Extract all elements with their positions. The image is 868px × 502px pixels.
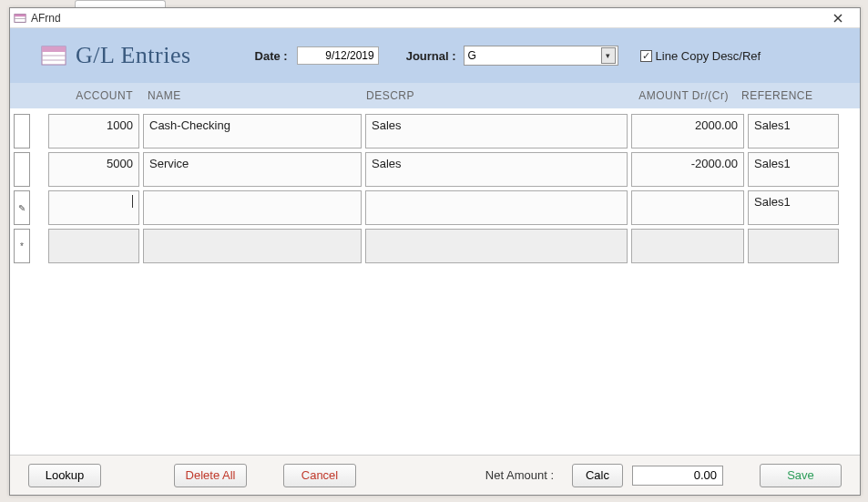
window-title: AFrnd	[31, 12, 820, 25]
net-amount-value: 0.00	[632, 466, 723, 486]
col-descrp: DESCRP	[359, 89, 621, 102]
page-title: G/L Entries	[76, 42, 191, 69]
cell-descrp[interactable]: Sales	[365, 152, 628, 187]
row-selector[interactable]: *	[14, 229, 30, 263]
cell-amount[interactable]	[631, 190, 744, 225]
cell-reference	[748, 229, 839, 263]
row-selector[interactable]: ✎	[14, 190, 30, 225]
cell-name	[143, 229, 362, 263]
col-account: ACCOUNT	[49, 89, 140, 102]
table-row: *	[10, 229, 860, 263]
table-row: 1000Cash-CheckingSales2000.00Sales1	[10, 114, 860, 149]
col-name: NAME	[140, 89, 359, 102]
cell-name[interactable]	[143, 190, 362, 225]
net-amount-label: Net Amount :	[485, 468, 554, 482]
chevron-down-icon: ▾	[601, 47, 616, 64]
titlebar: AFrnd	[10, 8, 860, 28]
delete-all-button[interactable]: Delete All	[174, 464, 247, 487]
cancel-button[interactable]: Cancel	[283, 464, 356, 487]
footer: Lookup Delete All Cancel Net Amount : Ca…	[10, 455, 860, 495]
cell-reference[interactable]: Sales1	[748, 114, 839, 149]
cell-account	[48, 229, 139, 263]
column-headers: ACCOUNT NAME DESCRP AMOUNT Dr/(Cr) REFER…	[10, 83, 860, 108]
date-input[interactable]	[297, 46, 379, 65]
row-selector[interactable]	[14, 152, 30, 187]
header-band: G/L Entries Date : Journal : G ▾ ✓ Line …	[10, 28, 860, 83]
cell-amount[interactable]: -2000.00	[631, 152, 744, 187]
col-amount: AMOUNT Dr/(Cr)	[621, 89, 734, 102]
close-button[interactable]	[820, 9, 856, 27]
cell-account[interactable]: 5000	[48, 152, 139, 187]
grid: 1000Cash-CheckingSales2000.00Sales15000S…	[10, 108, 860, 455]
cell-descrp[interactable]: Sales	[365, 114, 628, 149]
line-copy-checkbox[interactable]: ✓	[640, 50, 652, 62]
table-row: ✎Sales1	[10, 190, 860, 225]
cell-account[interactable]	[48, 190, 139, 225]
cell-amount	[631, 229, 744, 263]
svg-rect-2	[15, 18, 26, 19]
gl-form-icon	[41, 43, 66, 68]
save-button[interactable]: Save	[760, 464, 842, 487]
svg-rect-6	[42, 46, 66, 52]
cell-amount[interactable]: 2000.00	[631, 114, 744, 149]
calc-button[interactable]: Calc	[572, 464, 623, 487]
cell-name[interactable]: Cash-Checking	[143, 114, 362, 149]
cell-reference[interactable]: Sales1	[748, 152, 839, 187]
line-copy-checkbox-wrap[interactable]: ✓ Line Copy Desc/Ref	[640, 49, 761, 63]
cell-name[interactable]: Service	[143, 152, 362, 187]
svg-rect-1	[15, 14, 26, 16]
line-copy-label: Line Copy Desc/Ref	[656, 49, 761, 63]
cell-account[interactable]: 1000	[48, 114, 139, 149]
date-label: Date :	[255, 49, 288, 63]
journal-select[interactable]: G ▾	[464, 46, 618, 66]
table-row: 5000ServiceSales-2000.00Sales1	[10, 152, 860, 187]
col-reference: REFERENCE	[734, 89, 825, 102]
cell-reference[interactable]: Sales1	[748, 190, 839, 225]
afrnd-window: AFrnd G/L Entries Date : Journal : G ▾	[9, 7, 861, 496]
lookup-button[interactable]: Lookup	[28, 464, 101, 487]
form-icon	[14, 12, 26, 25]
cell-descrp[interactable]	[365, 190, 628, 225]
row-selector[interactable]	[14, 114, 30, 149]
journal-label: Journal :	[406, 49, 456, 63]
cell-descrp	[365, 229, 628, 263]
journal-value: G	[468, 49, 476, 62]
